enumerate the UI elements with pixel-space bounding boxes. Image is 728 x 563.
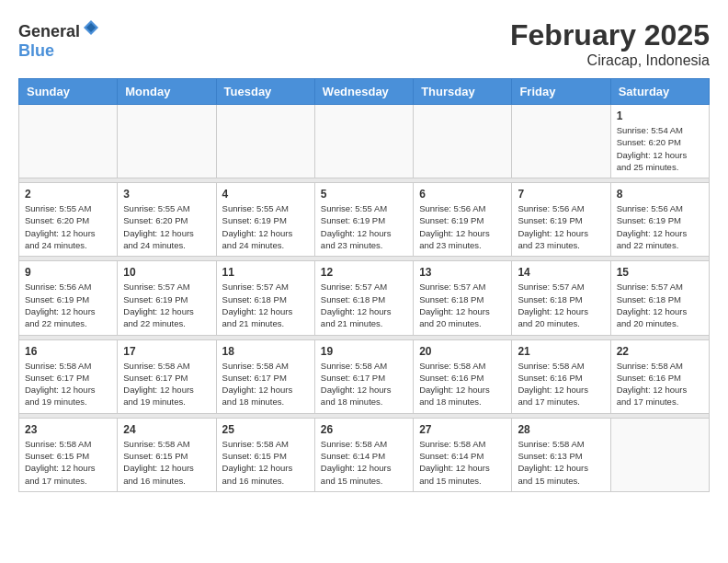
day-number: 14 [518, 266, 604, 279]
calendar-cell [610, 418, 709, 491]
day-number: 13 [419, 266, 506, 279]
calendar-cell: 17Sunrise: 5:58 AM Sunset: 6:17 PM Dayli… [118, 339, 216, 413]
day-number: 17 [123, 345, 210, 358]
day-number: 22 [617, 345, 703, 358]
calendar-cell: 5Sunrise: 5:55 AM Sunset: 6:19 PM Daylig… [314, 183, 413, 257]
calendar-cell: 16Sunrise: 5:58 AM Sunset: 6:17 PM Dayli… [19, 339, 118, 413]
logo-blue: Blue [18, 41, 54, 60]
logo-general: General [18, 22, 80, 40]
day-info: Sunrise: 5:58 AM Sunset: 6:17 PM Dayligh… [321, 360, 407, 408]
day-number: 27 [419, 423, 506, 436]
calendar-cell: 19Sunrise: 5:58 AM Sunset: 6:17 PM Dayli… [314, 339, 413, 413]
calendar-cell: 28Sunrise: 5:58 AM Sunset: 6:13 PM Dayli… [512, 418, 610, 491]
day-info: Sunrise: 5:58 AM Sunset: 6:16 PM Dayligh… [419, 360, 506, 408]
calendar-cell: 25Sunrise: 5:58 AM Sunset: 6:15 PM Dayli… [216, 418, 314, 491]
day-number: 10 [123, 266, 210, 279]
day-info: Sunrise: 5:58 AM Sunset: 6:15 PM Dayligh… [123, 438, 210, 487]
calendar-week-row: 23Sunrise: 5:58 AM Sunset: 6:15 PM Dayli… [19, 418, 710, 491]
day-number: 28 [518, 423, 604, 436]
calendar-cell: 13Sunrise: 5:57 AM Sunset: 6:18 PM Dayli… [414, 261, 512, 335]
day-info: Sunrise: 5:58 AM Sunset: 6:14 PM Dayligh… [321, 438, 407, 487]
day-info: Sunrise: 5:57 AM Sunset: 6:18 PM Dayligh… [617, 281, 703, 329]
calendar-week-row: 16Sunrise: 5:58 AM Sunset: 6:17 PM Dayli… [19, 339, 710, 413]
day-info: Sunrise: 5:58 AM Sunset: 6:17 PM Dayligh… [123, 360, 210, 408]
calendar-cell: 26Sunrise: 5:58 AM Sunset: 6:14 PM Dayli… [314, 418, 413, 491]
day-number: 24 [123, 423, 210, 436]
day-info: Sunrise: 5:58 AM Sunset: 6:16 PM Dayligh… [617, 360, 703, 408]
calendar-header-monday: Monday [118, 79, 216, 105]
day-info: Sunrise: 5:58 AM Sunset: 6:15 PM Dayligh… [222, 438, 309, 487]
day-number: 1 [617, 109, 703, 122]
calendar-header-wednesday: Wednesday [314, 79, 413, 105]
calendar-cell: 1Sunrise: 5:54 AM Sunset: 6:20 PM Daylig… [610, 105, 709, 178]
calendar-cell [512, 105, 610, 178]
day-info: Sunrise: 5:54 AM Sunset: 6:20 PM Dayligh… [617, 124, 703, 173]
day-number: 8 [617, 188, 703, 201]
day-number: 19 [321, 345, 407, 358]
day-number: 21 [518, 345, 604, 358]
day-number: 23 [25, 423, 111, 436]
calendar-header-saturday: Saturday [610, 79, 709, 105]
calendar-cell: 3Sunrise: 5:55 AM Sunset: 6:20 PM Daylig… [118, 183, 216, 257]
calendar-table: SundayMondayTuesdayWednesdayThursdayFrid… [18, 78, 710, 492]
logo-icon [82, 18, 100, 37]
day-info: Sunrise: 5:56 AM Sunset: 6:19 PM Dayligh… [518, 202, 604, 251]
calendar-cell: 20Sunrise: 5:58 AM Sunset: 6:16 PM Dayli… [414, 339, 512, 413]
calendar-cell: 6Sunrise: 5:56 AM Sunset: 6:19 PM Daylig… [414, 183, 512, 257]
day-number: 18 [222, 345, 309, 358]
location-title: Ciracap, Indonesia [510, 52, 710, 69]
day-info: Sunrise: 5:55 AM Sunset: 6:20 PM Dayligh… [25, 202, 111, 251]
calendar-week-row: 2Sunrise: 5:55 AM Sunset: 6:20 PM Daylig… [19, 183, 710, 257]
calendar-cell: 15Sunrise: 5:57 AM Sunset: 6:18 PM Dayli… [610, 261, 709, 335]
calendar-cell: 12Sunrise: 5:57 AM Sunset: 6:18 PM Dayli… [314, 261, 413, 335]
calendar-cell: 21Sunrise: 5:58 AM Sunset: 6:16 PM Dayli… [512, 339, 610, 413]
calendar-cell [414, 105, 512, 178]
day-number: 25 [222, 423, 309, 436]
calendar-cell: 14Sunrise: 5:57 AM Sunset: 6:18 PM Dayli… [512, 261, 610, 335]
day-info: Sunrise: 5:57 AM Sunset: 6:18 PM Dayligh… [321, 281, 407, 329]
calendar-header-thursday: Thursday [414, 79, 512, 105]
calendar-header-tuesday: Tuesday [216, 79, 314, 105]
day-number: 15 [617, 266, 703, 279]
month-title: February 2025 [510, 18, 710, 52]
calendar-cell [118, 105, 216, 178]
calendar-week-row: 9Sunrise: 5:56 AM Sunset: 6:19 PM Daylig… [19, 261, 710, 335]
calendar-header-friday: Friday [512, 79, 610, 105]
day-number: 26 [321, 423, 407, 436]
day-number: 20 [419, 345, 506, 358]
day-info: Sunrise: 5:55 AM Sunset: 6:19 PM Dayligh… [222, 202, 309, 251]
day-info: Sunrise: 5:58 AM Sunset: 6:15 PM Dayligh… [25, 438, 111, 487]
calendar-cell: 24Sunrise: 5:58 AM Sunset: 6:15 PM Dayli… [118, 418, 216, 491]
day-number: 7 [518, 188, 604, 201]
day-info: Sunrise: 5:56 AM Sunset: 6:19 PM Dayligh… [617, 202, 703, 251]
day-number: 11 [222, 266, 309, 279]
day-number: 5 [321, 188, 407, 201]
day-number: 2 [25, 188, 111, 201]
calendar-cell: 10Sunrise: 5:57 AM Sunset: 6:19 PM Dayli… [118, 261, 216, 335]
calendar-cell: 23Sunrise: 5:58 AM Sunset: 6:15 PM Dayli… [19, 418, 118, 491]
title-section: February 2025 Ciracap, Indonesia [510, 18, 710, 69]
calendar-cell: 8Sunrise: 5:56 AM Sunset: 6:19 PM Daylig… [610, 183, 709, 257]
page-header: General Blue February 2025 Ciracap, Indo… [18, 18, 710, 69]
calendar-cell [216, 105, 314, 178]
day-info: Sunrise: 5:57 AM Sunset: 6:19 PM Dayligh… [123, 281, 210, 329]
day-info: Sunrise: 5:58 AM Sunset: 6:17 PM Dayligh… [25, 360, 111, 408]
day-info: Sunrise: 5:58 AM Sunset: 6:16 PM Dayligh… [518, 360, 604, 408]
day-info: Sunrise: 5:55 AM Sunset: 6:20 PM Dayligh… [123, 202, 210, 251]
day-info: Sunrise: 5:56 AM Sunset: 6:19 PM Dayligh… [25, 281, 111, 329]
day-info: Sunrise: 5:56 AM Sunset: 6:19 PM Dayligh… [419, 202, 506, 251]
calendar-cell: 22Sunrise: 5:58 AM Sunset: 6:16 PM Dayli… [610, 339, 709, 413]
calendar-cell: 7Sunrise: 5:56 AM Sunset: 6:19 PM Daylig… [512, 183, 610, 257]
calendar-cell: 4Sunrise: 5:55 AM Sunset: 6:19 PM Daylig… [216, 183, 314, 257]
day-number: 16 [25, 345, 111, 358]
calendar-cell: 27Sunrise: 5:58 AM Sunset: 6:14 PM Dayli… [414, 418, 512, 491]
day-info: Sunrise: 5:58 AM Sunset: 6:13 PM Dayligh… [518, 438, 604, 487]
day-number: 3 [123, 188, 210, 201]
day-info: Sunrise: 5:57 AM Sunset: 6:18 PM Dayligh… [518, 281, 604, 329]
day-number: 6 [419, 188, 506, 201]
calendar-week-row: 1Sunrise: 5:54 AM Sunset: 6:20 PM Daylig… [19, 105, 710, 178]
day-info: Sunrise: 5:57 AM Sunset: 6:18 PM Dayligh… [222, 281, 309, 329]
calendar-cell: 11Sunrise: 5:57 AM Sunset: 6:18 PM Dayli… [216, 261, 314, 335]
calendar-header-sunday: Sunday [19, 79, 118, 105]
calendar-cell [19, 105, 118, 178]
